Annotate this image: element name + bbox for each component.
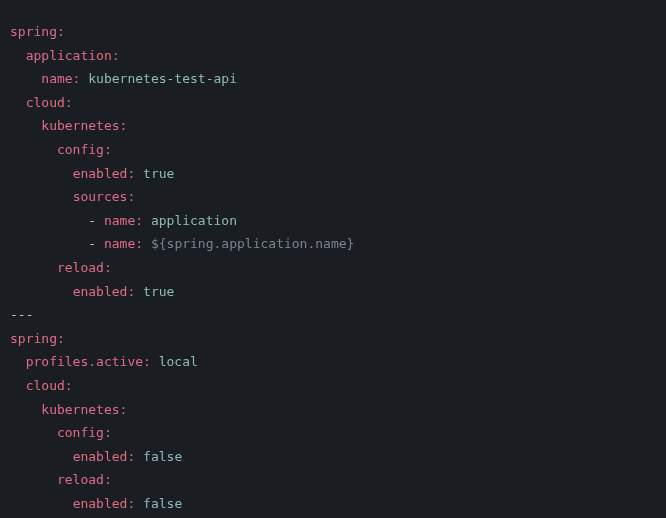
yaml-code-block: spring: application: name: kubernetes-te… xyxy=(10,20,656,515)
code-line: application: xyxy=(10,44,656,68)
yaml-key: cloud: xyxy=(26,95,73,110)
code-line: spring: xyxy=(10,327,656,351)
yaml-key: profiles.active: xyxy=(26,354,151,369)
code-line: config: xyxy=(10,421,656,445)
yaml-key: spring: xyxy=(10,24,65,39)
code-line: sources: xyxy=(10,185,656,209)
yaml-key: config: xyxy=(57,425,112,440)
code-line: cloud: xyxy=(10,374,656,398)
code-line: cloud: xyxy=(10,91,656,115)
yaml-key: enabled: xyxy=(73,496,136,511)
yaml-key: name: xyxy=(104,236,143,251)
code-line: spring: xyxy=(10,20,656,44)
code-line: reload: xyxy=(10,256,656,280)
yaml-value: application xyxy=(151,213,237,228)
yaml-key: cloud: xyxy=(26,378,73,393)
code-line: - name: ${spring.application.name} xyxy=(10,232,656,256)
yaml-value: local xyxy=(159,354,198,369)
yaml-dash: - xyxy=(88,213,104,228)
yaml-key: config: xyxy=(57,142,112,157)
code-line: enabled: false xyxy=(10,445,656,469)
code-line: enabled: true xyxy=(10,280,656,304)
yaml-value: kubernetes-test-api xyxy=(88,71,237,86)
yaml-value: true xyxy=(143,284,174,299)
code-line: kubernetes: xyxy=(10,114,656,138)
yaml-placeholder: ${spring.application.name} xyxy=(151,236,355,251)
yaml-key: name: xyxy=(41,71,80,86)
yaml-key: name: xyxy=(104,213,143,228)
code-line: config: xyxy=(10,138,656,162)
yaml-separator: --- xyxy=(10,307,33,322)
yaml-key: sources: xyxy=(73,189,136,204)
yaml-value: false xyxy=(143,449,182,464)
yaml-key: enabled: xyxy=(73,166,136,181)
yaml-key: application: xyxy=(26,48,120,63)
yaml-value: true xyxy=(143,166,174,181)
yaml-key: kubernetes: xyxy=(41,402,127,417)
yaml-key: reload: xyxy=(57,260,112,275)
yaml-key: enabled: xyxy=(73,449,136,464)
code-line: enabled: true xyxy=(10,162,656,186)
code-line: enabled: false xyxy=(10,492,656,516)
yaml-dash: - xyxy=(88,236,104,251)
code-line: profiles.active: local xyxy=(10,350,656,374)
code-line: - name: application xyxy=(10,209,656,233)
yaml-value: false xyxy=(143,496,182,511)
code-line: reload: xyxy=(10,468,656,492)
yaml-key: enabled: xyxy=(73,284,136,299)
code-line: name: kubernetes-test-api xyxy=(10,67,656,91)
code-line: kubernetes: xyxy=(10,398,656,422)
yaml-key: reload: xyxy=(57,472,112,487)
yaml-key: kubernetes: xyxy=(41,118,127,133)
yaml-key: spring: xyxy=(10,331,65,346)
code-line: --- xyxy=(10,303,656,327)
